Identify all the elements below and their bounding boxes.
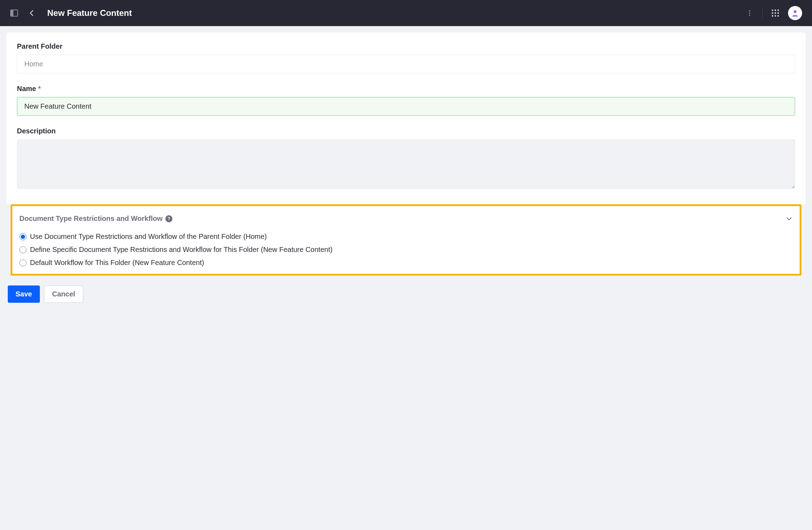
chevron-left-icon: [28, 10, 35, 17]
form-card: Parent Folder Home Name * Description: [6, 32, 806, 204]
panel-icon: [10, 9, 18, 17]
description-label: Description: [17, 127, 795, 135]
svg-rect-5: [772, 10, 773, 11]
svg-rect-12: [775, 15, 776, 17]
name-field: Name *: [17, 85, 795, 116]
svg-point-3: [749, 12, 750, 14]
save-button[interactable]: Save: [8, 285, 40, 303]
svg-point-2: [749, 10, 750, 12]
grid-icon: [771, 9, 779, 17]
svg-rect-6: [775, 10, 776, 11]
svg-rect-10: [777, 12, 779, 14]
user-icon: [791, 9, 799, 17]
required-mark: *: [38, 85, 41, 92]
vertical-dots-icon: [746, 10, 753, 17]
description-field: Description: [17, 127, 795, 190]
radio-option-specific[interactable]: Define Specific Document Type Restrictio…: [19, 246, 793, 254]
header-left: New Feature Content: [8, 7, 132, 19]
radio-label-specific: Define Specific Document Type Restrictio…: [30, 246, 332, 254]
help-icon[interactable]: ?: [165, 215, 172, 222]
radio-label-parent: Use Document Type Restrictions and Workf…: [30, 233, 267, 241]
name-label-text: Name: [17, 85, 36, 92]
content-area: Parent Folder Home Name * Description Do…: [0, 26, 812, 315]
description-input[interactable]: [17, 139, 795, 189]
user-avatar[interactable]: [788, 6, 802, 20]
chevron-down-icon: [786, 215, 793, 222]
radio-input-default[interactable]: [19, 259, 26, 266]
svg-rect-13: [777, 15, 779, 17]
back-button[interactable]: [26, 7, 37, 19]
header-divider: [762, 8, 763, 18]
svg-rect-9: [775, 12, 776, 14]
radio-group: Use Document Type Restrictions and Workf…: [19, 233, 793, 267]
name-input[interactable]: [17, 97, 795, 116]
section-title-wrap: Document Type Restrictions and Workflow …: [19, 215, 172, 223]
parent-folder-value[interactable]: Home: [17, 55, 795, 73]
section-header[interactable]: Document Type Restrictions and Workflow …: [19, 215, 793, 223]
svg-rect-11: [772, 15, 773, 17]
page-title: New Feature Content: [47, 8, 132, 18]
top-header: New Feature Content: [0, 0, 812, 26]
apps-button[interactable]: [770, 7, 781, 19]
svg-rect-7: [777, 10, 779, 11]
radio-option-parent[interactable]: Use Document Type Restrictions and Workf…: [19, 233, 793, 241]
sidebar-toggle-button[interactable]: [8, 7, 20, 19]
radio-input-specific[interactable]: [19, 246, 26, 253]
radio-input-parent[interactable]: [19, 233, 26, 240]
svg-rect-8: [772, 12, 773, 14]
svg-point-14: [794, 10, 796, 13]
parent-folder-field: Parent Folder Home: [17, 42, 795, 73]
radio-label-default: Default Workflow for This Folder (New Fe…: [30, 259, 204, 267]
svg-point-4: [749, 14, 750, 16]
more-options-button[interactable]: [744, 7, 755, 19]
cancel-button[interactable]: Cancel: [44, 285, 84, 303]
header-right: [744, 6, 802, 20]
button-row: Save Cancel: [6, 276, 806, 309]
restrictions-section: Document Type Restrictions and Workflow …: [11, 204, 801, 276]
svg-rect-1: [11, 10, 13, 16]
name-label: Name *: [17, 85, 795, 93]
parent-folder-label: Parent Folder: [17, 42, 795, 50]
radio-option-default[interactable]: Default Workflow for This Folder (New Fe…: [19, 259, 793, 267]
section-title: Document Type Restrictions and Workflow: [19, 215, 163, 223]
